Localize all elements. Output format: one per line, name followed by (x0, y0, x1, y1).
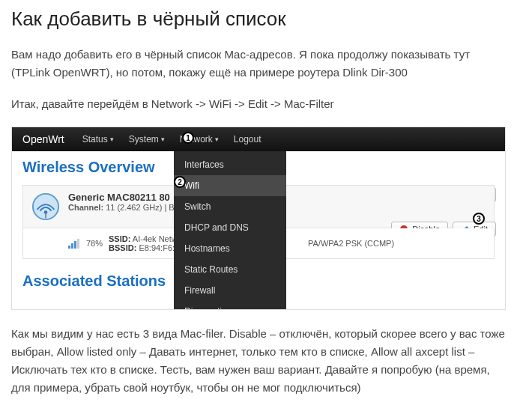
nav-status-label: Status (82, 134, 108, 144)
dropdown-diagnostics[interactable]: Diagnostics (174, 301, 286, 310)
nav-system[interactable]: System ▾ (121, 127, 172, 151)
nav-network[interactable]: Network ▾ (172, 127, 226, 151)
encryption-info: PA/WPA2 PSK (CCMP) (308, 239, 394, 248)
nav-logout[interactable]: Logout (226, 127, 269, 151)
svg-rect-9 (74, 241, 76, 249)
article-heading: Как добавить в чёрный список (11, 7, 506, 31)
wifi-device-icon (31, 192, 61, 222)
svg-rect-8 (71, 243, 73, 249)
signal-icon (68, 238, 82, 249)
annotation-badge-1: 1 (182, 132, 194, 144)
dropdown-interfaces[interactable]: Interfaces (174, 154, 286, 175)
svg-rect-7 (68, 246, 70, 249)
wifi-channel-info: Channel: 11 (2.462 GHz) | B (68, 203, 175, 212)
dropdown-hostnames[interactable]: Hostnames (174, 238, 286, 259)
brand-label: OpenWrt (12, 133, 75, 145)
dropdown-switch[interactable]: Switch (174, 196, 286, 217)
svg-rect-10 (77, 239, 79, 249)
article-para-1: Вам надо добавить его в чёрный список Ma… (11, 46, 506, 82)
dropdown-firewall[interactable]: Firewall (174, 280, 286, 301)
article-para-3: Как мы видим у нас есть 3 вида Mac-filer… (11, 325, 506, 397)
ssid-info: SSID: AI-4ek Networks | BSSID: E8:94:F6:… (109, 234, 486, 252)
nav-logout-label: Logout (234, 134, 261, 144)
dropdown-static-routes[interactable]: Static Routes (174, 259, 286, 280)
article-para-2: Итак, давайте перейдём в Network -> WiFi… (11, 95, 506, 113)
chevron-down-icon: ▾ (215, 136, 219, 143)
network-dropdown: Interfaces Wifi Switch DHCP and DNS Host… (174, 151, 286, 310)
nav-system-label: System (129, 134, 159, 144)
dropdown-dhcp-dns[interactable]: DHCP and DNS (174, 217, 286, 238)
wifi-device-name: Generic MAC80211 80 (68, 192, 175, 203)
chevron-down-icon: ▾ (161, 136, 165, 143)
signal-percent: 78% (86, 239, 103, 248)
annotation-badge-2: 2 (174, 176, 186, 188)
svg-point-3 (44, 210, 48, 214)
chevron-down-icon: ▾ (110, 136, 114, 143)
dropdown-wifi[interactable]: Wifi (174, 175, 286, 196)
top-navbar: OpenWrt Status ▾ System ▾ Network ▾ Logo… (12, 127, 505, 151)
router-screenshot: 1 2 3 OpenWrt Status ▾ System ▾ Network … (11, 127, 506, 310)
annotation-badge-3: 3 (473, 213, 485, 225)
nav-status[interactable]: Status ▾ (75, 127, 121, 151)
